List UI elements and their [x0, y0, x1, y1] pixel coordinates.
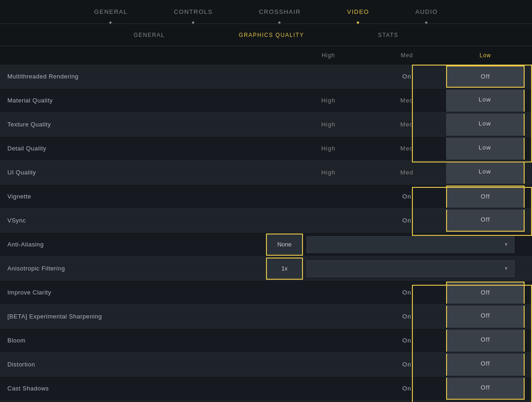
setting-name-texture: Texture Quality — [7, 121, 266, 128]
header-low: Low — [446, 52, 525, 59]
setting-name-vsync: VSync — [7, 217, 266, 224]
setting-name-vignette: Vignette — [7, 193, 266, 200]
setting-name-multithreaded: Multithreaded Rendering — [7, 73, 266, 80]
dropdown-anti-aliasing[interactable]: ▼ — [307, 236, 514, 253]
row-texture-quality: Texture Quality High Med Low — [0, 113, 532, 137]
value-off-cast-shadows[interactable]: Off — [446, 378, 525, 400]
value-off-distortion[interactable]: Off — [446, 354, 525, 376]
value-on-experimental[interactable]: On — [368, 313, 446, 320]
value-low-ui[interactable]: Low — [446, 162, 525, 184]
setting-name-ui-quality: UI Quality — [7, 169, 266, 176]
row-multithreaded-rendering: Multithreaded Rendering On Off — [0, 65, 532, 89]
value-med-texture[interactable]: Med — [368, 121, 446, 128]
subnav-graphics-quality[interactable]: GRAPHICS QUALITY — [239, 32, 304, 38]
value-off-improve-clarity[interactable]: Off — [446, 282, 525, 304]
value-on-improve-clarity[interactable]: On — [368, 289, 446, 296]
nav-audio[interactable]: AUDIO — [411, 8, 442, 15]
nav-video[interactable]: VIDEO — [343, 8, 374, 15]
value-on-cast-shadows[interactable]: On — [368, 385, 446, 392]
row-vignette: Vignette On Off — [0, 185, 532, 209]
dropdown-anti-aliasing-current[interactable]: None — [266, 234, 303, 256]
setting-name-bloom: Bloom — [7, 337, 266, 344]
value-low-material[interactable]: Low — [446, 90, 525, 112]
row-detail-quality: Detail Quality High Med Low — [0, 137, 532, 161]
row-material-quality: Material Quality High Med Low — [0, 89, 532, 113]
value-low-texture[interactable]: Low — [446, 114, 525, 136]
dropdown-arrow-anisotropic: ▼ — [504, 266, 508, 271]
value-on-distortion[interactable]: On — [368, 361, 446, 368]
value-off-vignette[interactable]: Off — [446, 186, 525, 208]
setting-name-anisotropic: Anisotropic Filtering — [7, 265, 266, 272]
app-container: GENERAL CONTROLS CROSSHAIR VIDEO AUDIO G… — [0, 0, 532, 402]
setting-name-experimental-sharpening: [BETA] Experimental Sharpening — [7, 313, 266, 320]
value-on[interactable]: On — [368, 73, 446, 80]
row-experimental-sharpening: [BETA] Experimental Sharpening On Off — [0, 305, 532, 329]
setting-name-anti-aliasing: Anti-Aliasing — [7, 241, 266, 248]
setting-name-distortion: Distortion — [7, 361, 266, 368]
row-improve-clarity: Improve Clarity On Off — [0, 281, 532, 305]
subnav-stats[interactable]: STATS — [378, 32, 398, 38]
setting-name-detail: Detail Quality — [7, 145, 266, 152]
quality-header-row: High Med Low — [0, 46, 532, 65]
setting-name-improve-clarity: Improve Clarity — [7, 289, 266, 296]
content-area: High Med Low Multithreaded Rendering On … — [0, 46, 532, 402]
nav-controls[interactable]: CONTROLS — [169, 8, 217, 15]
subnav-general[interactable]: GENERAL — [133, 32, 165, 38]
dropdown-anisotropic-current[interactable]: 1x — [266, 258, 303, 280]
header-high: High — [289, 52, 368, 59]
value-off-bloom[interactable]: Off — [446, 330, 525, 352]
value-high-material[interactable]: High — [289, 97, 368, 104]
value-high-ui[interactable]: High — [289, 169, 368, 176]
header-med: Med — [368, 52, 446, 59]
settings-table: High Med Low Multithreaded Rendering On … — [0, 46, 532, 402]
value-med-detail[interactable]: Med — [368, 145, 446, 152]
nav-general[interactable]: GENERAL — [90, 8, 133, 15]
dropdown-anisotropic[interactable]: ▼ — [307, 260, 514, 277]
top-navigation: GENERAL CONTROLS CROSSHAIR VIDEO AUDIO — [0, 0, 532, 24]
row-distortion: Distortion On Off — [0, 353, 532, 377]
row-ui-quality: UI Quality High Med Low — [0, 161, 532, 185]
value-on-bloom[interactable]: On — [368, 337, 446, 344]
value-med-ui[interactable]: Med — [368, 169, 446, 176]
row-anisotropic-filtering: Anisotropic Filtering 1x ▼ — [0, 257, 532, 281]
dropdown-arrow-anti-aliasing: ▼ — [504, 242, 508, 247]
value-med-material[interactable]: Med — [368, 97, 446, 104]
value-off-vsync[interactable]: Off — [446, 210, 525, 232]
value-high-texture[interactable]: High — [289, 121, 368, 128]
value-high-detail[interactable]: High — [289, 145, 368, 152]
row-anti-aliasing: Anti-Aliasing None ▼ — [0, 233, 532, 257]
value-off-experimental[interactable]: Off — [446, 306, 525, 328]
value-low-detail[interactable]: Low — [446, 138, 525, 160]
value-on-vsync[interactable]: On — [368, 217, 446, 224]
row-bloom: Bloom On Off — [0, 329, 532, 353]
setting-name-material: Material Quality — [7, 97, 266, 104]
row-cast-shadows: Cast Shadows On Off — [0, 377, 532, 401]
value-off-multithreaded[interactable]: Off — [446, 66, 525, 88]
sub-navigation: GENERAL GRAPHICS QUALITY STATS — [0, 24, 532, 46]
value-on-vignette[interactable]: On — [368, 193, 446, 200]
row-vsync: VSync On Off — [0, 209, 532, 233]
nav-crosshair[interactable]: CROSSHAIR — [254, 8, 306, 15]
setting-name-cast-shadows: Cast Shadows — [7, 385, 266, 392]
